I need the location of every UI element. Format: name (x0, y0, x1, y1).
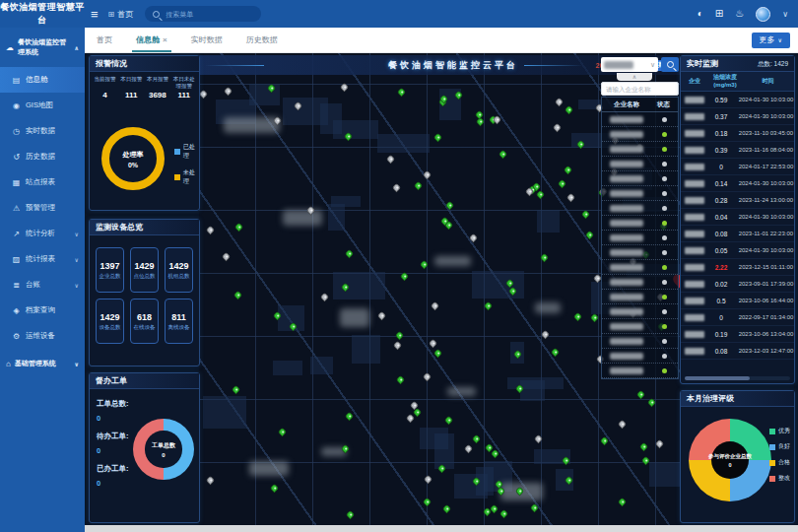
company-list-item[interactable] (602, 231, 678, 245)
map-pin-green[interactable] (345, 510, 355, 520)
map-pin-green[interactable] (269, 483, 279, 493)
user-avatar[interactable] (756, 7, 770, 22)
collapse-handle[interactable]: ∧ (617, 73, 652, 81)
map-pin-green[interactable] (565, 105, 574, 115)
device-stat-box[interactable]: 811离线设备 (165, 299, 193, 344)
map-pin-green[interactable] (472, 433, 482, 443)
company-list-item[interactable] (602, 127, 678, 142)
device-stat-box[interactable]: 1429机组总数 (165, 247, 193, 293)
sidebar-item-实时数据[interactable]: ◷实时数据 (0, 118, 85, 144)
map-pin-green[interactable] (278, 428, 288, 437)
company-search-input[interactable] (601, 82, 679, 96)
map-pin-green[interactable] (423, 498, 432, 507)
map-pin-green[interactable] (444, 416, 454, 426)
company-list-item[interactable] (602, 112, 678, 127)
company-list-item[interactable] (602, 290, 678, 304)
map-pin-green[interactable] (394, 330, 404, 340)
map-pin-gray[interactable] (319, 293, 329, 302)
map-pin-green[interactable] (580, 210, 590, 220)
sidebar-item-统计报表[interactable]: ▨统计报表∨ (0, 246, 85, 272)
map-pin-green[interactable] (551, 347, 561, 357)
map-pin-green[interactable] (419, 259, 429, 269)
company-list-item[interactable] (602, 201, 678, 216)
map-pin-green[interactable] (636, 390, 646, 400)
map-pin-gray[interactable] (654, 438, 664, 448)
tab-历史数据[interactable]: 历史数据 (234, 28, 290, 52)
chevron-down-icon[interactable]: ∨ (782, 10, 788, 19)
horizontal-scrollbar[interactable] (685, 376, 790, 380)
map-pin-green[interactable] (590, 313, 600, 323)
sidebar-item-台账[interactable]: ≣台账∨ (0, 272, 85, 298)
map-pin-green[interactable] (600, 436, 610, 446)
map-pin-gray[interactable] (199, 89, 208, 99)
table-row[interactable]: 0.142024-01-30 10:03:00 (681, 175, 794, 192)
table-row[interactable]: 2.222023-12-15 01:11:00 (681, 259, 794, 276)
sidebar-item-运维设备[interactable]: ⚙运维设备 (0, 323, 85, 349)
company-filter-select[interactable]: ∨ (601, 57, 658, 72)
tab-信息舱[interactable]: 信息舱× (124, 28, 179, 52)
map-pin-gray[interactable] (391, 183, 401, 193)
company-list-item[interactable] (602, 216, 678, 231)
map-pin-green[interactable] (400, 272, 410, 282)
close-icon[interactable]: × (163, 35, 167, 44)
menu-search-input[interactable] (164, 10, 252, 19)
map-pin-green[interactable] (444, 201, 454, 211)
table-row[interactable]: 0.392023-11-16 08:04:00 (681, 142, 794, 159)
device-stat-box[interactable]: 1429点位总数 (130, 247, 159, 293)
company-list-item[interactable] (602, 319, 678, 334)
table-row[interactable]: 0.192023-10-06 13:04:00 (681, 326, 794, 343)
map-pin-green[interactable] (499, 150, 508, 160)
sidebar-item-GIS地图[interactable]: ◉GIS地图 (0, 93, 85, 118)
sidebar-item-站点报表[interactable]: ▦站点报表 (0, 169, 85, 195)
map-pin-gray[interactable] (205, 226, 215, 235)
bottom-scroll-strip[interactable] (85, 525, 798, 532)
map-pin-green[interactable] (344, 249, 354, 259)
sidebar-group-0[interactable]: ☁餐饮油烟监控管理系统∧ (0, 28, 85, 67)
table-row[interactable]: 0.042024-01-30 10:03:00 (681, 209, 794, 226)
device-stat-box[interactable]: 1397企业总数 (96, 247, 124, 293)
table-row[interactable]: 0.022023-09-01 17:39:00 (681, 276, 794, 293)
map-pin-gray[interactable] (431, 301, 440, 311)
map-pin-green[interactable] (573, 312, 583, 322)
table-row[interactable]: 02022-09-17 01:34:00 (681, 309, 794, 326)
map-pin-gray[interactable] (224, 86, 233, 96)
map-pin-gray[interactable] (468, 233, 478, 242)
map-pin-green[interactable] (441, 503, 451, 513)
company-list-item[interactable] (602, 349, 678, 364)
apps-icon[interactable]: ⊞ (715, 9, 723, 19)
theme-icon[interactable]: ◐ (698, 9, 703, 19)
map-pin-green[interactable] (540, 252, 550, 262)
map-pin-green[interactable] (233, 291, 242, 300)
company-list-item[interactable] (602, 142, 678, 157)
map-pin-gray[interactable] (541, 329, 551, 339)
device-stat-box[interactable]: 1429设备总数 (96, 299, 124, 344)
table-row[interactable]: 0.082023-11-01 22:23:00 (681, 226, 794, 242)
map-pin-gray[interactable] (205, 475, 215, 485)
map-pin-green[interactable] (491, 448, 500, 458)
sidebar-group-1[interactable]: ⌂基础管理系统∨ (0, 349, 85, 378)
map-pin-gray[interactable] (617, 420, 627, 430)
company-list-item[interactable] (602, 275, 678, 290)
map-pin-green[interactable] (584, 231, 594, 240)
map-pin-gray[interactable] (565, 193, 575, 203)
hamburger-menu-icon[interactable]: ≡ (91, 7, 99, 22)
map-pin-gray[interactable] (340, 83, 350, 93)
map-pin-gray[interactable] (429, 338, 438, 348)
company-list-item[interactable] (602, 304, 678, 319)
table-row[interactable]: 0.592024-01-30 10:03:00 (681, 92, 794, 108)
map-pin-gray[interactable] (534, 433, 544, 443)
map-pin-green[interactable] (564, 165, 573, 174)
sidebar-item-档案查询[interactable]: ◈档案查询 (0, 298, 85, 323)
map-pin-green[interactable] (396, 375, 406, 385)
tab-实时数据[interactable]: 实时数据 (179, 28, 234, 52)
map-pin-green[interactable] (499, 509, 509, 519)
map-pin-green[interactable] (646, 398, 656, 408)
map-pin-green[interactable] (557, 179, 566, 189)
company-list-item[interactable] (602, 245, 678, 260)
map-pin-gray[interactable] (385, 154, 395, 164)
tab-首页[interactable]: 首页 (85, 28, 124, 52)
map-pin-green[interactable] (232, 384, 241, 394)
map-pin-gray[interactable] (222, 252, 232, 262)
map-pin-green[interactable] (639, 442, 649, 452)
map-pin-green[interactable] (530, 502, 540, 512)
